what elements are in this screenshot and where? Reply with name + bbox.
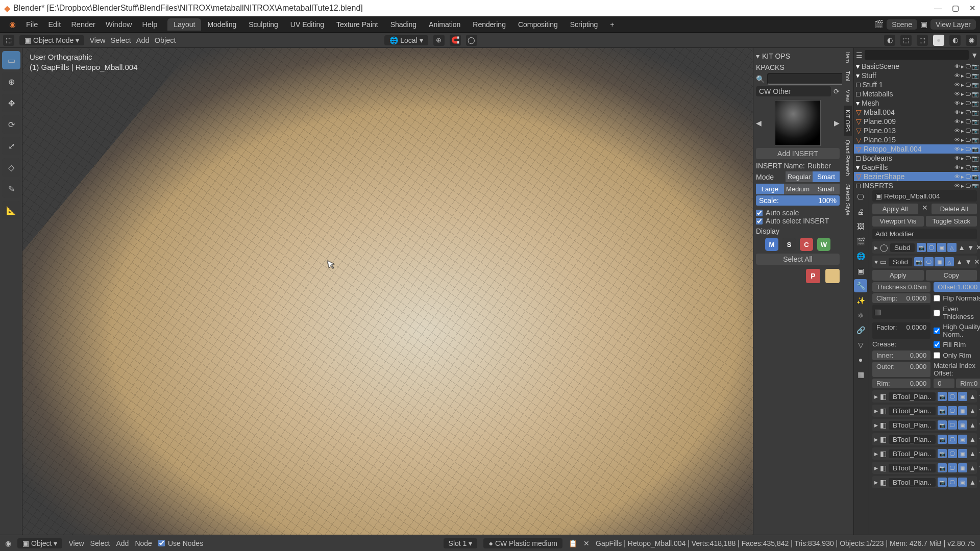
nodeeditor-type-icon[interactable]: ◉ [5,539,11,547]
slot-dropdown[interactable]: Slot 1▾ [444,538,478,548]
viewlayer-dropdown[interactable]: View Layer [930,19,976,30]
vgroup-icon[interactable]: ▦ [874,308,881,316]
render-icon[interactable]: 📷 [972,146,979,153]
display-m-button[interactable]: M [765,238,778,251]
tab-layout[interactable]: Layout [167,18,201,31]
render-toggle-icon[interactable]: 📷 [938,392,947,401]
render-toggle-icon[interactable]: 📷 [938,478,947,487]
blender-icon[interactable]: ◉ [4,20,21,29]
move-down-icon[interactable]: ▼ [978,436,980,443]
node-menu-node[interactable]: Node [135,539,152,547]
rim-value[interactable]: 0.000 [910,380,927,387]
outliner-item[interactable]: ▽Retopo_Mball.004👁▸🖵📷 [854,144,980,154]
viewport-toggle-icon[interactable]: 🖵 [948,478,957,487]
select-icon[interactable]: ▸ [961,137,964,143]
header-view[interactable]: View [89,36,105,44]
tab-rendering[interactable]: Rendering [467,18,512,31]
disable-icon[interactable]: 🖵 [965,173,971,180]
prop-tab-viewlayer[interactable]: 🖼 [854,220,867,233]
render-icon[interactable]: 📷 [972,100,979,107]
disable-icon[interactable]: 🖵 [965,82,971,88]
breadcrumb-object[interactable]: Retopo_Mball.004 [884,192,940,200]
outliner-item[interactable]: ▽Plane.013👁▸🖵📷 [854,126,980,135]
expand-icon[interactable]: ▸ [874,464,878,472]
tool-transform[interactable]: ◇ [2,158,20,177]
tab-animation[interactable]: Animation [423,18,467,31]
move-down-icon[interactable]: ▼ [967,244,974,252]
mode-dropdown[interactable]: ▣Object Mode▾ [19,35,84,45]
modifier-name[interactable]: BTool_Plan.. [889,392,936,401]
prop-tab-world[interactable]: 🌐 [854,249,867,263]
disable-icon[interactable]: 🖵 [965,100,971,107]
outliner-item[interactable]: ▾BasicScene👁▸🖵📷 [854,62,980,71]
size-large[interactable]: Large [756,184,784,194]
kpack-preset-dropdown[interactable]: CW Other [756,86,831,96]
clamp-value[interactable]: 0.0000 [906,294,927,302]
eye-icon[interactable]: 👁 [954,155,960,162]
render-icon[interactable]: 📷 [972,173,979,180]
cage-toggle-icon[interactable]: △ [945,257,954,266]
move-up-icon[interactable]: ▲ [969,479,976,486]
prop-tab-physics[interactable]: ⚛ [854,309,867,322]
modifier-subd[interactable]: ▸ ◯ Subd 📷🖵▣△ ▲▼✕ [872,241,977,254]
viewport-toggle-icon[interactable]: 🖵 [924,257,934,266]
only-rim-checkbox[interactable] [934,352,940,359]
delete-modifier-icon[interactable]: ✕ [974,258,980,266]
flag-button[interactable] [825,269,840,283]
prop-tab-particle[interactable]: ✨ [854,294,867,307]
modifier-btool[interactable]: ▸◧BTool_Plan..📷🖵▣▲▼✕ [872,433,977,445]
next-insert-icon[interactable]: ▶ [834,119,840,127]
viewport-toggle-icon[interactable]: 🖵 [948,420,957,430]
tab-shading[interactable]: Shading [384,18,423,31]
viewport-toggle-icon[interactable]: 🖵 [948,463,957,472]
outliner-item[interactable]: ▾Stuff👁▸🖵📷 [854,71,980,80]
editmode-toggle-icon[interactable]: ▣ [958,392,967,401]
outliner-item[interactable]: ▽Plane.009👁▸🖵📷 [854,117,980,126]
close-button[interactable]: ✕ [969,4,976,13]
prop-tab-render[interactable]: 🖵 [854,190,867,204]
expand-icon[interactable]: ▸ [874,449,878,458]
expand-icon[interactable]: ▸ [874,478,878,486]
delete-modifier-icon[interactable]: ✕ [976,243,980,252]
move-down-icon[interactable]: ▼ [978,393,980,400]
render-icon[interactable]: 📷 [972,109,979,116]
disable-icon[interactable]: 🖵 [965,164,971,171]
viewport-toggle-icon[interactable]: 🖵 [948,435,957,444]
menu-help[interactable]: Help [137,20,163,29]
minimize-button[interactable]: — [934,4,942,13]
toggle-stack-button[interactable]: Toggle Stack [926,216,977,227]
select-icon[interactable]: ▸ [961,72,964,79]
vtab-item[interactable]: Item [844,48,852,67]
render-toggle-icon[interactable]: 📷 [914,257,923,266]
eye-icon[interactable]: 👁 [954,164,960,171]
disable-icon[interactable]: 🖵 [965,146,971,153]
inner-value[interactable]: 0.000 [910,352,927,359]
eye-icon[interactable]: 👁 [954,146,960,153]
node-menu-select[interactable]: Select [90,539,110,547]
flip-normals-checkbox[interactable] [934,295,940,302]
modifier-name[interactable]: BTool_Plan.. [889,464,936,472]
viewport-toggle-icon[interactable]: 🖵 [927,243,936,252]
mode-regular[interactable]: Regular [786,171,813,182]
modifier-name[interactable]: BTool_Plan.. [889,449,936,458]
render-icon[interactable]: 📷 [972,128,979,134]
expand-icon[interactable]: ▸ [874,243,878,252]
modifier-btool[interactable]: ▸◧BTool_Plan..📷🖵▣▲▼✕ [872,462,977,474]
auto-scale-checkbox[interactable] [756,210,763,216]
select-icon[interactable]: ▸ [961,183,964,189]
render-icon[interactable]: 📷 [972,63,979,70]
refresh-icon[interactable]: ⟳ [834,87,840,95]
modifier-name[interactable]: Solid [889,258,912,266]
select-icon[interactable]: ▸ [961,82,964,88]
render-icon[interactable]: 📷 [972,183,979,189]
editmode-toggle-icon[interactable]: ▣ [958,449,967,458]
display-s-button[interactable]: S [782,238,796,251]
even-thickness-checkbox[interactable] [934,310,940,316]
move-down-icon[interactable]: ▼ [978,421,980,429]
select-icon[interactable]: ▸ [961,100,964,107]
modifier-btool[interactable]: ▸◧BTool_Plan..📷🖵▣▲▼✕ [872,419,977,431]
use-nodes-checkbox[interactable] [158,540,165,546]
expand-icon[interactable]: ▸ [874,421,878,429]
outer-value[interactable]: 0.000 [910,363,927,376]
move-down-icon[interactable]: ▼ [965,258,971,266]
